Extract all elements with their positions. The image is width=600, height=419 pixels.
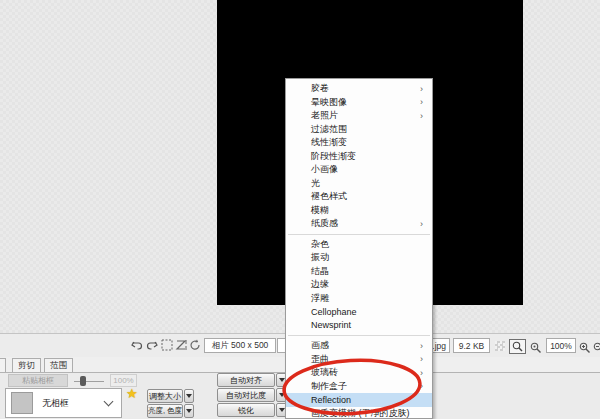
menu-item-label: 杂色 [311,238,426,251]
menu-item-label: 振动 [311,251,426,264]
menu-item-filter-3[interactable]: 过滤范围 [286,123,432,137]
triangle-down-icon [279,378,285,382]
menu-item-label: 阶段性渐变 [311,150,426,163]
paste-frame-button: 粘贴相框 [8,374,68,387]
menu-item-label: 过滤范围 [311,123,426,136]
menu-item-filter-15[interactable]: 浮雕 [286,292,432,306]
auto-contrast-button[interactable]: 自动对比度 [217,388,275,402]
menu-item-cellophane[interactable]: Cellophane [286,305,432,319]
zoom-percent-field[interactable]: 100% [546,338,576,353]
favorite-star-icon[interactable]: ★ [126,386,138,401]
zoom-fit-button[interactable] [509,339,526,354]
auto-align-button[interactable]: 自动对齐 [217,373,275,387]
frame-opacity-slider-track[interactable] [74,381,104,382]
menu-item-filter-4[interactable]: 线性渐变 [286,136,432,150]
menu-item-filter-2[interactable]: 老照片› [286,109,432,123]
menu-item-label: 边缘 [311,278,426,291]
frame-select[interactable]: 无相框 [5,388,122,418]
undo-icon[interactable] [130,338,144,352]
menu-item-newsprint[interactable]: Newsprint [286,319,432,333]
tab-label: 剪切 [18,360,35,372]
sharpen-label: 锐化 [238,405,254,416]
menu-item-reflection[interactable]: Reflection [286,393,432,407]
frame-swatch [11,392,33,414]
menu-item-label: 线性渐变 [311,136,426,149]
submenu-arrow-icon: › [420,354,423,364]
menu-item-label: 制作盒子 [311,380,420,393]
menu-item-label: 老照片 [311,109,420,122]
menu-item-label: Reflection [311,395,426,405]
menu-item-filter-23[interactable]: 画质变模糊 (干净的皮肤) [286,407,432,419]
menu-item-filter-13[interactable]: 结晶 [286,265,432,279]
brightness-label: 亮度, 色度 [148,406,182,416]
menu-item-filter-12[interactable]: 振动 [286,251,432,265]
menu-item-filter-14[interactable]: 边缘 [286,278,432,292]
menu-item-filter-7[interactable]: 光 [286,177,432,191]
menu-item-filter-10[interactable]: 纸质感› [286,217,432,231]
menu-item-label: 纸质感 [311,217,420,230]
frame-select-value: 无相框 [42,397,105,410]
tab-label: 范围 [50,360,67,372]
triangle-down-icon [186,394,192,398]
file-size-field: 9.2 KB [453,338,490,353]
submenu-arrow-icon: › [420,97,423,107]
menu-item-filter-6[interactable]: 小画像 [286,163,432,177]
menu-item-label: 胶卷 [311,82,420,95]
menu-separator [288,335,430,336]
chevron-down-icon [104,397,114,407]
menu-item-filter-20[interactable]: 玻璃砖› [286,366,432,380]
menu-item-label: 玻璃砖 [311,366,420,379]
tab-range[interactable]: 范围 [44,358,73,372]
menu-item-label: 小画像 [311,163,426,176]
resize-button[interactable]: 调整大小 [147,389,183,403]
menu-item-filter-21[interactable]: 制作盒子› [286,380,432,394]
menu-item-label: 歪曲 [311,353,420,366]
tab-crop[interactable]: 剪切 [12,358,41,372]
menu-item-label: Cellophane [311,307,426,317]
sharpen-button[interactable]: 锐化 [217,403,275,417]
resize-dropdown-button[interactable] [184,389,194,403]
menu-item-filter-18[interactable]: 画感› [286,339,432,353]
brightness-button[interactable]: 亮度, 色度 [147,404,183,418]
selection-grid-icon[interactable] [160,338,174,352]
tab-partial[interactable]: 象 [0,358,6,372]
menu-item-label: 画质变模糊 (干净的皮肤) [311,407,426,419]
triangle-down-icon [279,393,285,397]
menu-item-filter-8[interactable]: 褪色样式 [286,190,432,204]
photo-size-label: 相片 500 x 500 [212,340,269,352]
menu-item-label: 结晶 [311,265,426,278]
menu-item-label: 画感 [311,339,420,352]
context-menu: 胶卷›晕映图像›老照片›过滤范围线性渐变阶段性渐变小画像光褪色样式模糊纸质感›杂… [285,78,433,419]
auto-align-label: 自动对齐 [230,375,262,386]
menu-item-label: 光 [311,177,426,190]
menu-item-label: 模糊 [311,204,426,217]
rotate-icon[interactable] [188,338,202,352]
menu-item-label: 晕映图像 [311,96,420,109]
resize-label: 调整大小 [149,391,181,402]
photo-size-field: 相片 500 x 500 [204,338,276,353]
brightness-dropdown-button[interactable] [184,404,194,418]
redo-icon[interactable] [145,338,159,352]
file-size-label: 9.2 KB [459,341,485,351]
photo-editor-window: { "status_bar": { "photo_info": "相片 500 … [0,0,600,419]
menu-item-label: 褪色样式 [311,190,426,203]
menu-item-filter-11[interactable]: 杂色 [286,238,432,252]
menu-item-label: 浮雕 [311,292,426,305]
menu-item-filter-0[interactable]: 胶卷› [286,82,432,96]
menu-item-filter-5[interactable]: 阶段性渐变 [286,150,432,164]
submenu-arrow-icon: › [420,368,423,378]
menu-item-filter-1[interactable]: 晕映图像› [286,96,432,110]
submenu-arrow-icon: › [420,111,423,121]
submenu-arrow-icon: › [420,84,423,94]
zoom-percent-label: 100% [550,341,572,351]
flip-resize-icon[interactable] [174,338,188,352]
frame-opacity-slider-handle[interactable] [80,376,86,386]
auto-contrast-label: 自动对比度 [226,390,266,401]
triangle-down-icon [186,409,192,413]
frame-opacity-label: 100% [113,376,133,385]
submenu-arrow-icon: › [420,219,423,229]
menu-separator [288,234,430,235]
paste-frame-label: 粘贴相框 [22,375,54,386]
menu-item-filter-19[interactable]: 歪曲› [286,353,432,367]
menu-item-filter-9[interactable]: 模糊 [286,204,432,218]
